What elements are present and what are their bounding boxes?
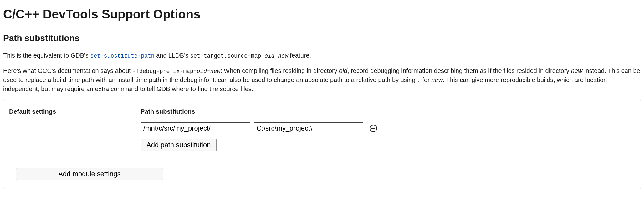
gcc-after-old2: , record debugging information describin… — [347, 67, 571, 74]
substitution-row — [141, 122, 635, 134]
gcc-flag-new: new — [210, 68, 220, 75]
divider — [9, 160, 635, 160]
lldb-cmd: set target.source-map — [190, 53, 265, 59]
gcc-paragraph: Here's what GCC's documentation says abo… — [3, 66, 641, 94]
gcc-new3: new — [431, 76, 443, 83]
add-path-substitution-button[interactable]: Add path substitution — [141, 139, 217, 151]
settings-panel: Default settings Path substitutions Add … — [3, 100, 641, 189]
gcc-dot: . — [417, 77, 421, 84]
gdb-set-substitute-path-link[interactable]: set substitute-path — [90, 53, 154, 59]
gcc-after-colon: : When compiling files residing in direc… — [220, 67, 339, 74]
remove-icon — [369, 124, 377, 132]
page-title: C/C++ DevTools Support Options — [3, 5, 641, 23]
gcc-flag-a: -fdebug-prefix-map= — [132, 68, 197, 75]
default-settings-label: Default settings — [9, 107, 128, 116]
path-substitutions-label: Path substitutions — [141, 107, 635, 116]
substitution-from-input[interactable] — [141, 122, 250, 134]
lldb-new: new — [275, 53, 288, 59]
gcc-pre: Here's what GCC's documentation says abo… — [3, 67, 132, 74]
gcc-old2: old — [339, 67, 347, 74]
gcc-after-dot: for — [421, 76, 431, 83]
intro-text-pre: This is the equivalent to GDB's — [3, 52, 90, 59]
add-module-settings-button[interactable]: Add module settings — [16, 168, 163, 180]
gcc-flag-old: old — [197, 68, 207, 75]
remove-substitution-button[interactable] — [369, 124, 378, 133]
gcc-new2: new — [571, 67, 583, 74]
intro-paragraph: This is the equivalent to GDB's set subs… — [3, 51, 641, 60]
intro-post: feature. — [288, 52, 311, 59]
lldb-old: old — [264, 53, 274, 59]
substitution-to-input[interactable] — [254, 122, 363, 134]
gcc-flag-eq: = — [207, 68, 210, 75]
section-title-path-substitutions: Path substitutions — [3, 32, 641, 45]
intro-mid: and LLDB's — [155, 52, 190, 59]
